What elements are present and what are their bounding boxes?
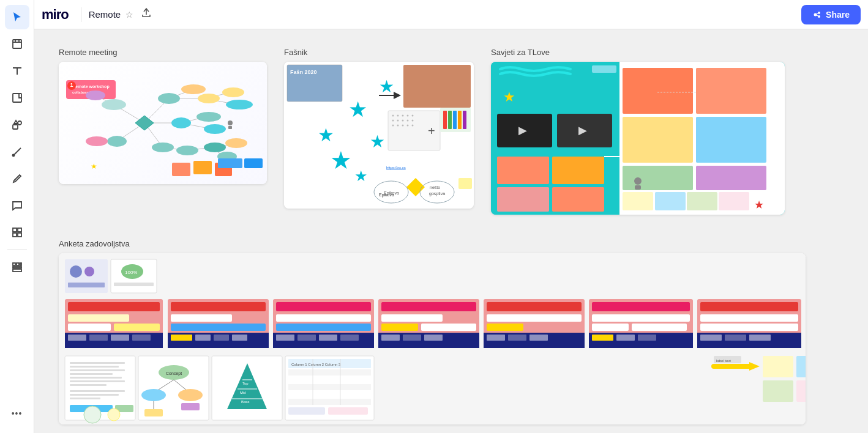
svg-rect-195 xyxy=(592,324,629,331)
svg-text:Concept: Concept xyxy=(166,371,182,376)
svg-rect-159 xyxy=(171,314,232,322)
svg-rect-245 xyxy=(288,369,371,376)
svg-rect-202 xyxy=(700,302,798,311)
comment-tool[interactable] xyxy=(5,193,29,218)
remote-meeting-label: Remote meeting xyxy=(59,48,267,57)
pen-tool[interactable] xyxy=(5,166,29,191)
svg-rect-165 xyxy=(232,335,247,341)
favorite-star-icon[interactable]: ☆ xyxy=(125,10,133,20)
export-icon[interactable] xyxy=(141,7,152,21)
more-tool[interactable]: ••• xyxy=(5,401,29,426)
svg-text:▶: ▶ xyxy=(578,124,587,136)
svg-point-49 xyxy=(196,112,221,122)
svg-rect-154 xyxy=(89,335,108,341)
main-area: miro Remote ☆ Share R xyxy=(34,0,868,433)
svg-rect-5 xyxy=(13,125,18,129)
svg-text:Column 1  Column 2  Column 3: Column 1 Column 2 Column 3 xyxy=(291,363,341,366)
svg-rect-17 xyxy=(13,267,21,268)
svg-text:★: ★ xyxy=(348,97,367,121)
svg-point-87 xyxy=(407,120,409,122)
board-row-2: Anketa zadovoljstva xyxy=(59,239,844,424)
svg-rect-77 xyxy=(403,65,471,108)
svg-rect-211 xyxy=(70,366,119,368)
svg-rect-199 xyxy=(616,335,635,341)
thumb-savjeti-inner: ★ ▶ ▶ xyxy=(491,62,785,215)
svg-text:★: ★ xyxy=(318,125,334,145)
svg-rect-249 xyxy=(288,399,371,405)
svg-rect-120 xyxy=(497,157,549,184)
svg-point-88 xyxy=(412,120,414,122)
shapes-tool[interactable] xyxy=(5,113,29,137)
svg-rect-59 xyxy=(172,163,190,176)
svg-rect-96 xyxy=(443,111,447,129)
svg-rect-172 xyxy=(297,335,316,341)
svg-point-45 xyxy=(102,99,126,110)
svg-rect-216 xyxy=(70,384,107,386)
svg-rect-182 xyxy=(403,335,421,341)
svg-rect-100 xyxy=(463,111,466,129)
svg-rect-137 xyxy=(635,185,641,190)
svg-rect-127 xyxy=(696,117,766,163)
svg-rect-215 xyxy=(70,380,125,382)
svg-point-82 xyxy=(407,115,409,117)
svg-rect-258 xyxy=(763,380,793,402)
svg-point-81 xyxy=(402,115,404,117)
cursor-tool[interactable] xyxy=(5,5,29,29)
svg-line-23 xyxy=(817,15,818,16)
apps-tool[interactable] xyxy=(5,255,29,279)
svg-marker-7 xyxy=(14,120,18,124)
svg-point-141 xyxy=(84,267,94,276)
svg-rect-15 xyxy=(17,263,19,265)
svg-rect-174 xyxy=(340,335,359,341)
svg-text:Top: Top xyxy=(242,382,249,385)
svg-line-22 xyxy=(817,13,818,14)
thumb-remote-inner: 1 Remote workshop collaboration xyxy=(59,62,267,184)
svg-rect-153 xyxy=(68,335,86,341)
board-thumb-remote-meeting[interactable]: 1 Remote workshop collaboration xyxy=(59,62,267,184)
svg-point-21 xyxy=(818,15,820,18)
svg-text:100%: 100% xyxy=(125,270,137,275)
text-tool[interactable] xyxy=(5,59,29,83)
svg-rect-191 xyxy=(529,335,548,341)
svg-point-42 xyxy=(158,93,180,104)
svg-rect-189 xyxy=(487,335,505,341)
svg-rect-60 xyxy=(193,161,212,174)
board-thumb-anketa[interactable]: 100% xyxy=(59,253,806,424)
svg-rect-123 xyxy=(552,187,604,212)
svg-rect-196 xyxy=(632,324,687,331)
frames-tool[interactable] xyxy=(5,32,29,56)
svg-rect-62 xyxy=(218,158,242,168)
svg-rect-212 xyxy=(70,369,125,371)
section-anketa: Anketa zadovoljstva xyxy=(59,239,844,424)
svg-point-223 xyxy=(108,409,120,421)
svg-rect-158 xyxy=(171,302,266,311)
svg-point-53 xyxy=(225,138,247,148)
svg-rect-164 xyxy=(214,335,229,341)
svg-rect-150 xyxy=(68,324,111,331)
board-thumb-fasnik[interactable]: Fašn 2020 ★ ★ ★ ★ ★ xyxy=(284,62,474,209)
svg-rect-163 xyxy=(195,335,211,341)
line-tool[interactable] xyxy=(5,139,29,164)
svg-rect-109 xyxy=(458,178,472,189)
board-thumb-savjeti[interactable]: ★ ▶ ▶ xyxy=(491,62,785,215)
savjeti-label: Savjeti za TLove xyxy=(491,48,785,57)
svg-text:▶: ▶ xyxy=(518,124,527,136)
canvas[interactable]: Remote meeting 1 Remote workshop collabo… xyxy=(34,29,868,433)
header-divider xyxy=(81,7,81,22)
svg-rect-129 xyxy=(696,166,766,190)
sticky-tool[interactable] xyxy=(5,86,29,110)
svg-point-140 xyxy=(70,265,82,278)
svg-point-47 xyxy=(181,84,206,94)
svg-point-90 xyxy=(397,125,399,127)
anketa-label: Anketa zadovoljstva xyxy=(59,239,844,248)
svg-rect-214 xyxy=(70,377,122,379)
svg-text:Fašn 2020: Fašn 2020 xyxy=(290,69,317,75)
svg-point-64 xyxy=(228,120,233,125)
svg-point-93 xyxy=(412,125,414,127)
layout-tool[interactable] xyxy=(5,220,29,245)
svg-point-48 xyxy=(198,94,220,103)
svg-point-46 xyxy=(107,136,127,147)
svg-rect-139 xyxy=(65,259,108,293)
share-button[interactable]: Share xyxy=(801,5,861,24)
svg-rect-183 xyxy=(424,335,443,341)
